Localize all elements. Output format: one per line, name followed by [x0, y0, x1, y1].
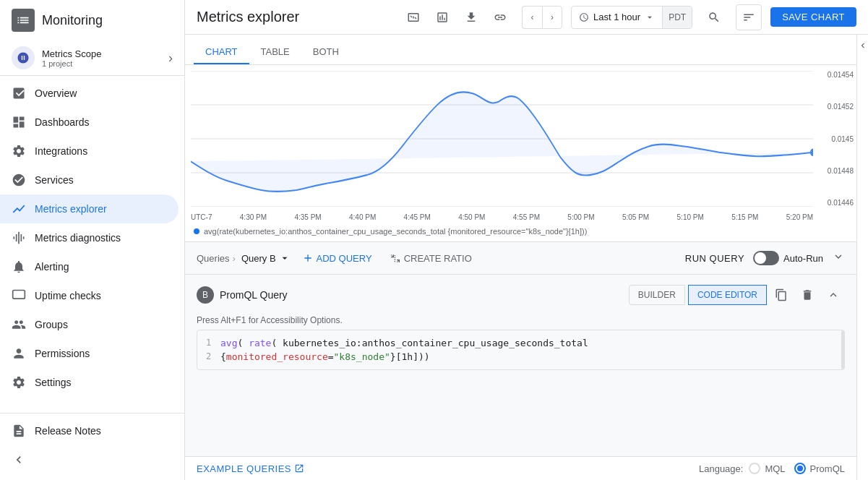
add-query-button[interactable]: ADD QUERY — [296, 248, 378, 268]
x-label-8: 5:05 PM — [622, 213, 649, 221]
language-selector: Language: MQL PromQL — [699, 463, 845, 474]
time-selector[interactable]: Last 1 hour PDT — [571, 6, 692, 29]
main-content: Metrics explorer ‹ › Last 1 ho — [185, 0, 868, 480]
download-icon-button[interactable] — [458, 4, 484, 30]
sidebar-item-uptime-checks[interactable]: Uptime checks — [0, 281, 179, 310]
sidebar-item-groups[interactable]: Groups — [0, 310, 179, 339]
code-fn-rate: rate — [249, 338, 271, 348]
sidebar-item-label-integrations: Integrations — [35, 145, 87, 157]
scope-section[interactable]: Metrics Scope 1 project › — [0, 40, 184, 76]
add-chart-icon-button[interactable] — [429, 4, 455, 30]
collapse-icon — [12, 453, 26, 467]
run-query-button[interactable]: RUN QUERY — [685, 253, 744, 264]
query-toolbar: Queries › Query B ADD QUERY CREATE RATIO… — [185, 242, 856, 275]
builder-tab[interactable]: BUILDER — [629, 285, 685, 305]
editor-buttons: BUILDER CODE EDITOR — [629, 283, 845, 307]
expand-button[interactable] — [832, 250, 845, 266]
chart-tab-table[interactable]: TABLE — [249, 40, 301, 64]
y-label-4: 0.01448 — [816, 167, 854, 175]
alerting-icon — [12, 260, 26, 274]
mql-radio[interactable]: MQL — [749, 463, 785, 474]
collapse-editor-button[interactable] — [822, 283, 845, 307]
embed-icon-button[interactable] — [400, 4, 426, 30]
toggle-knob — [755, 252, 766, 264]
mql-radio-circle — [749, 463, 760, 474]
y-label-2: 0.01452 — [816, 103, 854, 111]
link-icon-button[interactable] — [487, 4, 513, 30]
code-editor[interactable]: 1 avg( rate( kubernetes_io:anthos_contai… — [197, 330, 845, 370]
chart-tab-both[interactable]: BOTH — [301, 40, 351, 64]
page-title: Metrics explorer — [197, 9, 392, 25]
groups-icon — [12, 317, 26, 332]
sidebar-item-integrations[interactable]: Integrations — [0, 137, 179, 166]
sidebar-collapse-button[interactable] — [0, 445, 184, 474]
sidebar-item-overview[interactable]: Overview — [0, 79, 179, 108]
chart-legend: avg(rate(kubernetes_io:anthos_container_… — [185, 224, 856, 241]
settings-icon — [12, 375, 26, 390]
delete-query-button[interactable] — [796, 283, 819, 307]
auto-run-switch[interactable] — [753, 251, 779, 265]
sidebar-item-label-dashboards: Dashboards — [35, 116, 90, 128]
save-chart-button[interactable]: SAVE CHART — [770, 7, 856, 27]
auto-run-label: Auto-Run — [783, 253, 823, 264]
copy-icon — [775, 288, 788, 301]
sidebar-item-services[interactable]: Services — [0, 166, 179, 194]
create-ratio-button[interactable]: CREATE RATIO — [384, 248, 478, 268]
code-editor-tab[interactable]: CODE EDITOR — [688, 285, 767, 305]
x-label-10: 5:15 PM — [731, 213, 758, 221]
code-fn-avg: avg — [220, 338, 237, 348]
sidebar-item-metrics-explorer[interactable]: Metrics explorer — [0, 194, 179, 223]
x-label-3: 4:40 PM — [349, 213, 376, 221]
scope-expand-icon[interactable]: › — [168, 51, 173, 66]
search-icon-button[interactable] — [701, 4, 727, 30]
chart-svg — [191, 71, 813, 207]
queries-label: Queries — [197, 253, 230, 264]
chart-tab-chart[interactable]: CHART — [194, 40, 249, 64]
sidebar-item-release-notes[interactable]: Release Notes — [0, 416, 179, 445]
overview-icon — [12, 86, 26, 100]
x-label-5: 4:50 PM — [458, 213, 485, 221]
editor-badge: B — [197, 286, 214, 304]
sidebar-item-label-uptime: Uptime checks — [35, 290, 101, 301]
copy-query-button[interactable] — [770, 283, 793, 307]
right-collapse-panel[interactable] — [856, 35, 868, 480]
editor-header: B PromQL Query BUILDER CODE EDITOR — [197, 275, 845, 312]
y-label-1: 0.01454 — [816, 71, 854, 79]
sidebar: Monitoring Metrics Scope 1 project › Ove… — [0, 0, 185, 480]
x-label-6: 4:55 PM — [513, 213, 540, 221]
services-icon — [12, 173, 26, 187]
code-line-1: 1 avg( rate( kubernetes_io:anthos_contai… — [197, 336, 844, 350]
sidebar-item-dashboards[interactable]: Dashboards — [0, 108, 179, 137]
download-icon — [465, 11, 478, 24]
x-label-4: 4:45 PM — [404, 213, 431, 221]
example-queries-link[interactable]: EXAMPLE QUERIES — [197, 463, 304, 474]
promql-radio[interactable]: PromQL — [794, 463, 845, 474]
legend-text: avg(rate(kubernetes_io:anthos_container_… — [204, 227, 587, 236]
promql-label: PromQL — [810, 463, 845, 474]
auto-run-toggle[interactable]: Auto-Run — [753, 251, 823, 265]
time-next-button[interactable]: › — [542, 6, 562, 29]
sidebar-item-metrics-diagnostics[interactable]: Metrics diagnostics — [0, 223, 179, 252]
scope-name: Metrics Scope — [42, 48, 101, 59]
y-axis-labels: 0.01454 0.01452 0.0145 0.01448 0.01446 — [816, 71, 854, 207]
app-title: Monitoring — [42, 13, 103, 28]
filter-icon-button[interactable] — [736, 4, 762, 30]
sidebar-item-label-groups: Groups — [35, 319, 68, 330]
line-num-2: 2 — [206, 351, 220, 361]
nav-section: Overview Dashboards Integrations Service… — [0, 76, 184, 400]
search-icon — [708, 11, 721, 24]
promql-radio-inner — [797, 466, 803, 471]
sidebar-item-settings[interactable]: Settings — [0, 368, 179, 397]
monitoring-logo — [12, 9, 35, 32]
time-label[interactable]: Last 1 hour — [572, 12, 662, 22]
code-editor-scrollbar[interactable] — [841, 330, 844, 369]
sidebar-item-permissions[interactable]: Permissions — [0, 339, 179, 368]
sidebar-item-label-settings: Settings — [35, 377, 72, 388]
sidebar-item-label-overview: Overview — [35, 87, 77, 99]
query-b-dropdown[interactable]: Query B — [241, 252, 291, 264]
chart-main: CHART TABLE BOTH 0.01454 0.01452 0. — [185, 35, 856, 480]
code-metric-name: kubernetes_io:anthos_container_cpu_usage… — [283, 338, 588, 348]
promql-editor: B PromQL Query BUILDER CODE EDITOR — [185, 275, 856, 456]
time-prev-button[interactable]: ‹ — [522, 6, 542, 29]
sidebar-item-alerting[interactable]: Alerting — [0, 252, 179, 281]
